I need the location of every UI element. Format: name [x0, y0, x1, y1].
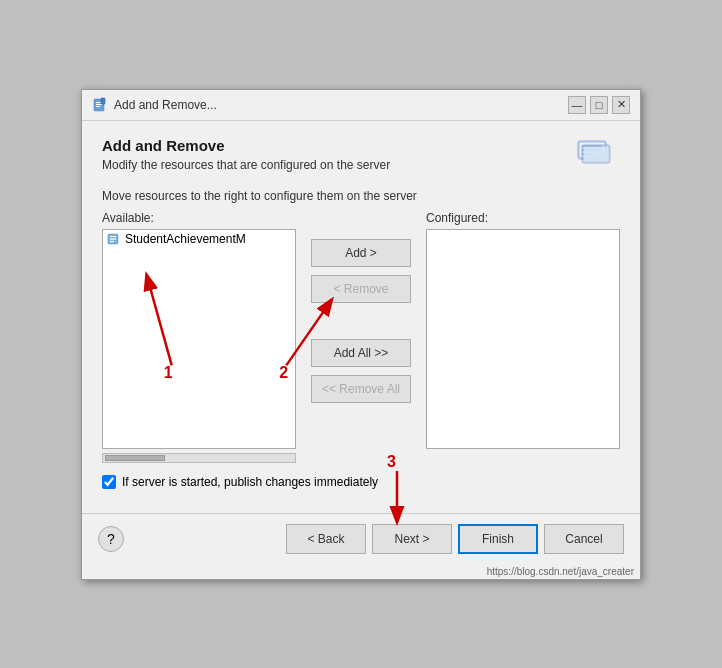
title-bar-controls: — □ ✕ [568, 96, 630, 114]
action-buttons: Add > < Remove Add All >> << Remove All [306, 211, 416, 403]
remove-button[interactable]: < Remove [311, 275, 411, 303]
dialog-header: Add and Remove Modify the resources that… [102, 137, 620, 177]
publish-checkbox-row: If server is started, publish changes im… [102, 475, 620, 489]
svg-rect-13 [110, 236, 116, 237]
footer-right: < Back Next > Finish Cancel [286, 524, 624, 554]
resources-area: Available: StudentAchievementM [102, 211, 620, 465]
dialog-icon-small [92, 97, 108, 113]
watermark: https://blog.csdn.net/java_creater [82, 564, 640, 579]
resources-wrapper: Available: StudentAchievementM [102, 211, 620, 465]
available-list-area: Available: StudentAchievementM [102, 211, 296, 465]
close-button[interactable]: ✕ [612, 96, 630, 114]
minimize-button[interactable]: — [568, 96, 586, 114]
add-all-button[interactable]: Add All >> [311, 339, 411, 367]
dialog-body: Add and Remove Modify the resources that… [82, 121, 640, 513]
dialog-title: Add and Remove [102, 137, 390, 154]
svg-rect-4 [101, 98, 105, 104]
publish-checkbox[interactable] [102, 475, 116, 489]
dialog-footer: ? < Back Next > Finish Cancel [82, 513, 640, 564]
publish-checkbox-label: If server is started, publish changes im… [122, 475, 378, 489]
svg-rect-11 [584, 147, 608, 161]
maximize-button[interactable]: □ [590, 96, 608, 114]
horizontal-scrollbar[interactable] [102, 453, 296, 463]
configured-list[interactable] [426, 229, 620, 449]
available-list[interactable]: StudentAchievementM [102, 229, 296, 449]
cancel-button[interactable]: Cancel [544, 524, 624, 554]
next-button[interactable]: Next > [372, 524, 452, 554]
svg-rect-14 [110, 238, 116, 239]
title-bar-left: Add and Remove... [92, 97, 217, 113]
configured-label: Configured: [426, 211, 620, 225]
scrollbar-thumb[interactable] [105, 455, 165, 461]
footer-wrapper: 3 ? < Back Next > Finish Cancel [82, 513, 640, 564]
finish-button[interactable]: Finish [458, 524, 538, 554]
dialog: Add and Remove... — □ ✕ Add and Remove M… [81, 89, 641, 580]
help-button[interactable]: ? [98, 526, 124, 552]
dialog-subtitle: Modify the resources that are configured… [102, 158, 390, 172]
remove-all-button[interactable]: << Remove All [311, 375, 411, 403]
title-bar: Add and Remove... — □ ✕ [82, 90, 640, 121]
server-icon [572, 137, 620, 177]
dialog-header-text: Add and Remove Modify the resources that… [102, 137, 390, 172]
available-label: Available: [102, 211, 296, 225]
add-button[interactable]: Add > [311, 239, 411, 267]
svg-rect-15 [110, 241, 114, 242]
configured-list-area: Configured: [426, 211, 620, 449]
project-icon [107, 232, 121, 246]
available-item-name: StudentAchievementM [125, 232, 246, 246]
window-title: Add and Remove... [114, 98, 217, 112]
scrollbar-area [102, 451, 296, 465]
list-item[interactable]: StudentAchievementM [103, 230, 295, 248]
footer-left: ? [98, 526, 124, 552]
section-instruction: Move resources to the right to configure… [102, 189, 620, 203]
back-button[interactable]: < Back [286, 524, 366, 554]
svg-rect-3 [96, 106, 100, 107]
